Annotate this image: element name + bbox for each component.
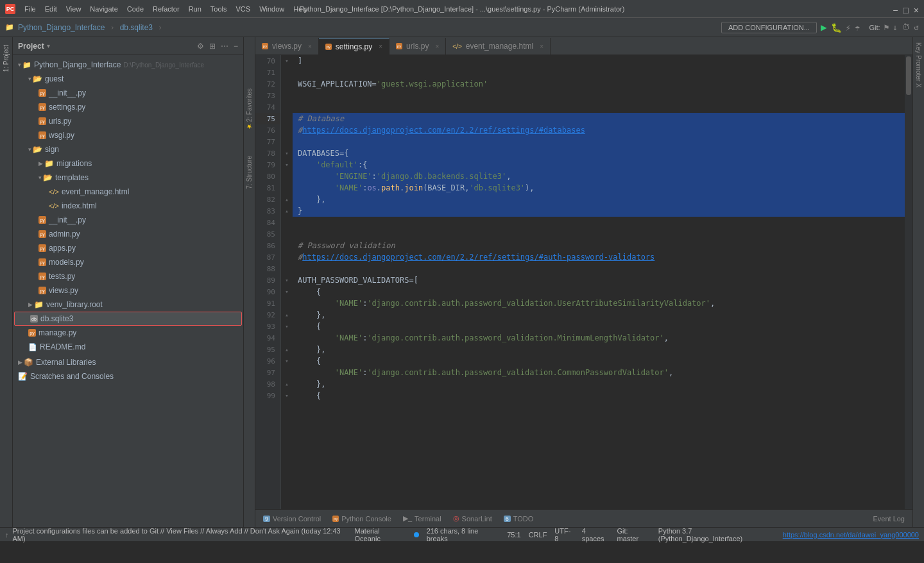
code-line-87[interactable]: # https://docs.djangoproject.com/en/2.2/… — [293, 251, 905, 263]
fold-89[interactable]: ▾ — [281, 274, 293, 286]
profile-button[interactable]: ⚡ — [846, 22, 851, 33]
fold-93[interactable]: ▾ — [281, 321, 293, 332]
fold-70[interactable]: ▾ — [281, 55, 293, 67]
code-line-83[interactable]: } — [293, 205, 905, 217]
status-link[interactable]: https://blog.csdn.net/da/dawei_yang00000… — [783, 531, 919, 539]
position-info[interactable]: 75:1 — [507, 531, 520, 539]
bottom-tab-version-control[interactable]: 9 Version Control — [258, 512, 326, 526]
fold-78[interactable]: ▾ — [281, 147, 293, 159]
tree-templates-folder[interactable]: ▾ 📂 templates — [13, 171, 243, 185]
menu-bar[interactable]: File Edit View Navigate Code Refactor Ru… — [21, 4, 312, 14]
tree-sign-folder[interactable]: ▾ 📂 sign — [13, 142, 243, 156]
tree-readme-md[interactable]: 📄 README.md — [13, 340, 243, 354]
window-controls[interactable]: − □ × — [893, 5, 919, 15]
menu-edit[interactable]: Edit — [41, 4, 61, 14]
code-line-86[interactable]: # Password validation — [293, 240, 905, 251]
coverage-button[interactable]: ☂ — [855, 22, 860, 33]
tab-close-event-manage-html[interactable]: × — [540, 43, 543, 50]
code-line-74[interactable] — [293, 101, 905, 113]
tree-apps-py[interactable]: py apps.py — [13, 241, 243, 255]
menu-file[interactable]: File — [21, 4, 40, 14]
fold-83[interactable]: ▴ — [281, 205, 293, 217]
menu-view[interactable]: View — [62, 4, 85, 14]
code-line-71[interactable] — [293, 67, 905, 78]
code-line-82[interactable]: }, — [293, 194, 905, 205]
maximize-button[interactable]: □ — [903, 5, 908, 15]
project-tool-tab[interactable]: 1: Project — [1, 42, 11, 74]
vcs-status-icon[interactable]: ↑ — [5, 531, 9, 539]
run-button[interactable]: ▶ — [821, 21, 827, 33]
tree-init-py-guest[interactable]: py __init__.py — [13, 86, 243, 100]
code-line-77[interactable] — [293, 136, 905, 147]
code-line-98[interactable]: }, — [293, 378, 905, 390]
tree-init-py-sign[interactable]: py __init__.py — [13, 213, 243, 227]
code-line-85[interactable] — [293, 228, 905, 240]
tab-views-py[interactable]: py views.py × — [255, 38, 319, 55]
tree-admin-py[interactable]: py admin.py — [13, 227, 243, 241]
menu-navigate[interactable]: Navigate — [86, 4, 121, 14]
code-line-81[interactable]: 'NAME' : os . path . join ( BASE_DIR , '… — [293, 182, 905, 194]
sidebar-gear-icon[interactable]: ⚙ — [197, 42, 204, 51]
git-push-button[interactable]: ⚑ — [884, 22, 889, 32]
tab-event-manage-html[interactable]: </> event_manage.html × — [446, 38, 551, 55]
tab-close-views-py[interactable]: × — [308, 43, 312, 50]
code-line-96[interactable]: { — [293, 355, 905, 367]
tree-manage-py[interactable]: py manage.py — [13, 326, 243, 340]
debug-button[interactable]: 🐛 — [831, 22, 842, 33]
git-history-button[interactable]: ⏱ — [902, 22, 910, 32]
menu-vcs[interactable]: VCS — [232, 4, 255, 14]
theme-label[interactable]: Material Oceanic — [355, 527, 406, 542]
key-promoter-tab[interactable]: Key Promoter X — [915, 42, 922, 88]
code-content[interactable]: ] WSGI_APPLICATION = 'guest.wsgi.applica… — [293, 55, 905, 509]
tree-index-html[interactable]: </> index.html — [13, 199, 243, 213]
bottom-tab-todo[interactable]: 6 TODO — [499, 512, 539, 526]
indent-info[interactable]: 4 spaces — [582, 527, 610, 542]
minimize-button[interactable]: − — [893, 5, 898, 15]
code-line-88[interactable] — [293, 263, 905, 274]
project-breadcrumb[interactable]: Python_Django_Interface — [18, 23, 105, 32]
fold-82[interactable]: ▴ — [281, 194, 293, 205]
bottom-tab-terminal[interactable]: ▶_ Terminal — [398, 512, 447, 526]
tree-urls-py[interactable]: py urls.py — [13, 114, 243, 128]
code-line-95[interactable]: }, — [293, 344, 905, 355]
code-line-75[interactable]: # Database — [293, 113, 905, 124]
sidebar-collapse-icon[interactable]: − — [234, 42, 238, 51]
fold-92[interactable]: ▴ — [281, 309, 293, 321]
menu-code[interactable]: Code — [123, 4, 148, 14]
scrollbar-thumb[interactable] — [906, 56, 911, 95]
structure-tab[interactable]: 7: Structure — [246, 156, 253, 189]
tree-tests-py[interactable]: py tests.py — [13, 269, 243, 283]
breadcrumb-file1[interactable]: db.sqlite3 — [120, 23, 153, 32]
tree-external-libraries[interactable]: ▶ 📦 External Libraries — [13, 355, 243, 369]
tree-views-py[interactable]: py views.py — [13, 283, 243, 298]
tree-scratches[interactable]: 📝 Scratches and Consoles — [13, 369, 243, 383]
python-version[interactable]: Python 3.7 (Python_Django_Interface) — [658, 527, 775, 542]
git-pull-button[interactable]: ↓ — [893, 22, 898, 32]
sidebar-expand-icon[interactable]: ⊞ — [209, 42, 216, 51]
code-line-94[interactable]: 'NAME' : 'django.contrib.auth.password_v… — [293, 332, 905, 344]
tree-event-manage-html[interactable]: </> event_manage.html — [13, 185, 243, 199]
bottom-tab-event-log[interactable]: Event Log — [868, 512, 910, 526]
line-ending[interactable]: CRLF — [529, 531, 547, 539]
code-line-99[interactable]: { — [293, 390, 905, 401]
tree-venv-folder[interactable]: ▶ 📁 venv_library.root — [13, 298, 243, 312]
fold-98[interactable]: ▴ — [281, 378, 293, 390]
code-line-70[interactable]: ] — [293, 55, 905, 67]
tree-guest-folder[interactable]: ▾ 📂 guest — [13, 72, 243, 86]
code-line-92[interactable]: }, — [293, 309, 905, 321]
code-line-90[interactable]: { — [293, 286, 905, 298]
close-button[interactable]: × — [914, 5, 919, 15]
tree-settings-py[interactable]: py settings.py — [13, 100, 243, 114]
bottom-tab-sonarlint[interactable]: ◎ SonarLint — [448, 512, 497, 526]
sidebar-options-icon[interactable]: ⋯ — [221, 42, 228, 51]
menu-run[interactable]: Run — [185, 4, 205, 14]
code-line-93[interactable]: { — [293, 321, 905, 332]
git-branch[interactable]: Git: master — [617, 527, 650, 542]
fold-99[interactable]: ▾ — [281, 390, 293, 401]
code-line-79[interactable]: 'default' : { — [293, 159, 905, 171]
code-line-84[interactable] — [293, 217, 905, 228]
tree-models-py[interactable]: py models.py — [13, 255, 243, 269]
tree-db-sqlite3[interactable]: db db.sqlite3 — [14, 312, 242, 326]
tab-settings-py[interactable]: py settings.py × — [319, 38, 389, 55]
editor-vertical-scrollbar[interactable] — [905, 55, 912, 509]
